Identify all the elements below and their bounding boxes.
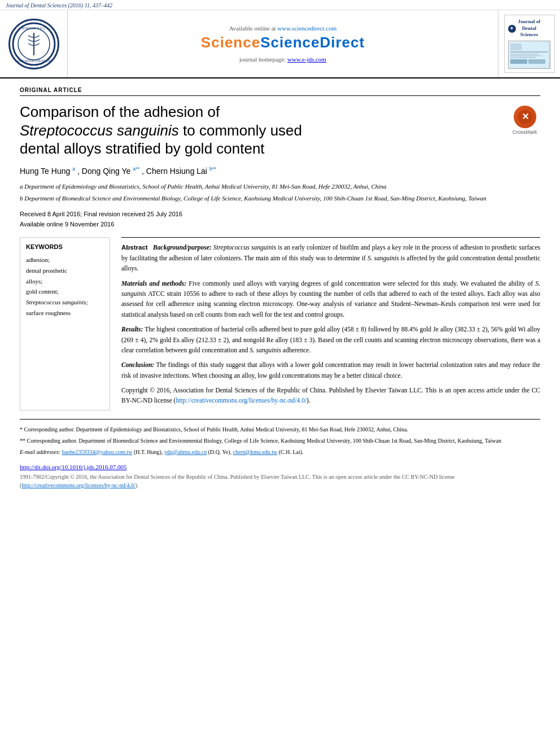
keywords-box: KEYWORDS adhesion; dental prosthetic all… [20, 237, 110, 410]
sciencedirect-url[interactable]: www.sciencedirect.com [277, 25, 336, 32]
copyright-bottom: 1991-7902/Copyright © 2016, the Associat… [20, 473, 540, 490]
email2[interactable]: ydq@ahmu.edu.cn [164, 449, 207, 455]
article-title: Comparison of the adhesion of Streptococ… [20, 103, 501, 158]
author1-sup: a [72, 166, 75, 172]
abstract-results: Results: The highest concentration of ba… [121, 324, 540, 355]
authors-line: Hung Te Hung a , Dong Qing Ye a** , Cher… [20, 166, 540, 176]
doi-link[interactable]: http://dx.doi.org/10.1016/j.jds.2016.07.… [20, 464, 127, 470]
title-part2: to commonly used [179, 122, 302, 139]
affiliation-b: b Department of Biomedical Science and E… [20, 194, 540, 203]
svg-rect-8 [510, 54, 539, 55]
keyword-6: surface roughness [26, 308, 104, 318]
header-center: Available online at www.sciencedirect.co… [68, 10, 498, 77]
cc-bottom-link[interactable]: http://creativecommons.org/licenses/by-n… [21, 482, 135, 488]
results-label: Results: [121, 326, 143, 333]
email3-name: (C.H. Lai). [279, 449, 304, 455]
copyright-end: ). [307, 397, 310, 404]
author2-sup: a** [133, 166, 139, 172]
svg-rect-7 [510, 51, 548, 53]
keyword-5: Streptococcus sanguinis; [26, 297, 104, 308]
email-label: E-mail addresses: [20, 449, 60, 455]
footnote-2: ** Corresponding author. Department of B… [20, 436, 540, 445]
journal-info-top: Journal of Dental Sciences (2016) 11, 43… [6, 2, 112, 8]
abstract-conclusion: Conclusion: The findings of this study s… [121, 360, 540, 381]
journal-homepage: journal homepage: www.e-jds.com [239, 56, 326, 63]
crossmark-icon: ✕ [514, 106, 536, 128]
author3-sup: b** [209, 166, 216, 172]
svg-rect-10 [510, 57, 536, 58]
copyright-bottom-end: ). [135, 482, 139, 488]
keyword-2: dental prosthetic [26, 265, 104, 276]
author1-name: Hung Te Hung [20, 166, 70, 175]
conclusion-label: Conclusion: [121, 361, 154, 368]
author2-name: Dong Qing Ye [82, 166, 130, 175]
logo-right: ✦ Journal of Dental Sciences [498, 10, 560, 77]
journal-circle-logo: ASSOCIATION FOR DENTAL SCIENCES R.O.C. [8, 19, 59, 69]
available-online-text: Available online at www.sciencedirect.co… [229, 25, 337, 32]
email-addresses: E-mail addresses: baohe2359334@yahoo.com… [20, 448, 540, 457]
abstract-materials: Materials and methods: Five commonly use… [121, 278, 540, 320]
date-received: Received 8 April 2016; Final revision re… [20, 209, 540, 220]
email3[interactable]: chern@kmu.edu.tw [233, 449, 278, 455]
author3-name: Chern Hsiung Lai [146, 166, 207, 175]
badge-thumbnail [508, 41, 550, 69]
abstract-box: Abstract Background/purpose: Streptococc… [121, 237, 540, 410]
dates: Received 8 April 2016; Final revision re… [20, 209, 540, 229]
email1[interactable]: baohe2359334@yahoo.com.tw [62, 449, 133, 455]
abstract-copyright: Copyright © 2016, Association for Dental… [121, 385, 540, 406]
article-type: ORIGINAL ARTICLE [20, 87, 540, 96]
keyword-1: adhesion; [26, 255, 104, 265]
crossmark-badge[interactable]: ✕ CrossMark [509, 106, 540, 135]
date-available: Available online 9 November 2016 [20, 220, 540, 230]
svg-rect-9 [510, 55, 541, 56]
cc-link[interactable]: http://creativecommons.org/licenses/by-n… [176, 397, 307, 404]
svg-rect-11 [510, 59, 527, 64]
footer-notes: * Corresponding author. Department of Ep… [20, 419, 540, 457]
crossmark-label: CrossMark [513, 129, 537, 135]
title-italic: Streptococcus sanguinis [20, 122, 179, 139]
sciencedirect-logo: ScienceScienceDirect [201, 34, 365, 51]
keyword-4: gold content; [26, 286, 104, 297]
svg-text:ASSOCIATION FOR DENTAL: ASSOCIATION FOR DENTAL [15, 59, 53, 63]
badge-title: Journal of Dental Sciences [518, 19, 541, 38]
title-part1: Comparison of the adhesion of [20, 103, 220, 120]
email1-name: (H.T. Hung), [134, 449, 163, 455]
abstract-background: Abstract Background/purpose: Streptococc… [121, 242, 540, 273]
title-part3: dental alloys stratified by gold content [20, 140, 265, 157]
homepage-label: journal homepage: [239, 56, 286, 63]
email2-name: (D.Q. Ye), [208, 449, 231, 455]
journal-badge: ✦ Journal of Dental Sciences [504, 15, 555, 73]
materials-label: Materials and methods: [121, 280, 186, 287]
affiliations: a Department of Epidemiology and Biostat… [20, 182, 540, 203]
affiliation-a: a Department of Epidemiology and Biostat… [20, 182, 540, 191]
keyword-3: alloys; [26, 276, 104, 287]
svg-text:✕: ✕ [521, 112, 528, 121]
keywords-list: adhesion; dental prosthetic alloys; gold… [26, 255, 104, 318]
footnote-1: * Corresponding author. Department of Ep… [20, 425, 540, 434]
logo-left: ASSOCIATION FOR DENTAL SCIENCES R.O.C. [0, 10, 68, 77]
svg-text:SCIENCES R.O.C.: SCIENCES R.O.C. [21, 27, 45, 30]
abstract-label: Abstract [121, 244, 148, 251]
available-label: Available online at [229, 25, 276, 32]
keywords-title: KEYWORDS [26, 243, 104, 250]
background-label: Background/purpose: [153, 244, 212, 251]
homepage-url[interactable]: www.e-jds.com [287, 56, 326, 63]
doi-line: http://dx.doi.org/10.1016/j.jds.2016.07.… [20, 464, 540, 470]
svg-rect-6 [510, 43, 522, 50]
svg-rect-12 [528, 59, 545, 64]
